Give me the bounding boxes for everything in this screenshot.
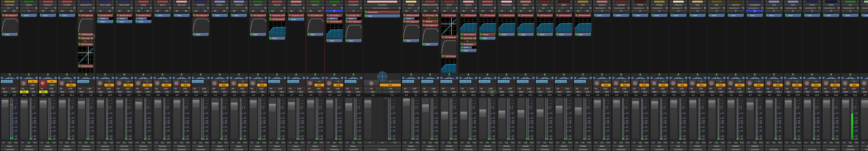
processor-box[interactable]: Guit-Bass-RVSendACE High/Low PaFader <box>344 13 363 73</box>
strip-hide-button[interactable] <box>264 1 267 3</box>
solo-lock-button[interactable]: Lock <box>812 87 821 90</box>
show-sends-button[interactable]: Show Sends <box>344 80 356 83</box>
processor-plugin-banner[interactable]: * LSP Parametric <box>498 14 515 17</box>
gain-fader[interactable] <box>670 98 678 140</box>
output-routing-button[interactable]: SNAREZ <box>727 145 745 148</box>
gain-value-display[interactable]: -16.5 <box>574 94 583 97</box>
processor-plugin-banner[interactable]: BusVoicePrinc <box>135 14 152 17</box>
group-button[interactable]: Grp <box>427 141 433 144</box>
meter-point-button[interactable]: Post <box>586 141 592 144</box>
processor-plugin-banner[interactable]: ACE High/Low Pa <box>78 14 94 17</box>
fader-automation-button[interactable]: M <box>211 141 216 144</box>
meter-point-button[interactable]: Post <box>414 141 420 144</box>
monitor-disk-button[interactable]: Disk <box>66 83 76 87</box>
input-source-button[interactable]: - <box>96 7 111 9</box>
strip-hide-button[interactable] <box>340 1 343 3</box>
meter-point-button[interactable]: Post <box>13 141 19 144</box>
strip-width-button[interactable] <box>173 1 176 3</box>
processor-plugin-banner[interactable]: Stereo Balance ( <box>460 33 477 36</box>
solo-lock-button[interactable]: Lock <box>488 87 496 90</box>
gain-fader-handle[interactable] <box>746 102 754 111</box>
meter-point-button[interactable]: Post <box>89 141 95 144</box>
meter-point-button[interactable]: Post <box>185 141 191 144</box>
strip-width-button[interactable] <box>364 1 367 3</box>
gain-value-display[interactable]: -26.7 <box>459 94 468 97</box>
group-button[interactable]: Grp <box>198 141 204 144</box>
trim-knob[interactable] <box>608 7 611 9</box>
gain-value-display[interactable]: -0.0 <box>593 94 602 97</box>
trim-knob[interactable] <box>436 7 439 9</box>
pan-position-pointer[interactable] <box>830 73 832 76</box>
phase-invert-2-button[interactable]: Ø2 <box>450 10 458 12</box>
processor-fader-banner[interactable]: Fader <box>594 14 610 17</box>
processor-plugin-banner[interactable]: Verbity <box>479 33 496 36</box>
meter-point-button[interactable]: Post <box>204 141 210 144</box>
processor-plugin-banner[interactable]: LSP Parametric E <box>517 14 534 17</box>
solo-isolate-button[interactable]: Iso <box>612 87 621 90</box>
meter-point-button[interactable]: Post <box>318 141 324 144</box>
comments-button[interactable]: Comments <box>517 148 535 151</box>
gain-fader-handle[interactable] <box>403 98 410 107</box>
gain-value-display[interactable]: -0.0 <box>173 94 181 97</box>
trim-knob[interactable] <box>455 7 458 9</box>
gain-fader-handle[interactable] <box>135 102 142 110</box>
processor-fader-banner[interactable]: Fader <box>212 14 228 17</box>
trim-knob[interactable] <box>264 7 267 9</box>
phase-invert-2-button[interactable]: Ø2 <box>86 10 95 12</box>
solo-lock-button[interactable]: Lock <box>793 87 802 90</box>
input-source-button[interactable]: DrumGizmo 8 <box>727 7 741 9</box>
strip-width-button[interactable] <box>211 1 214 3</box>
strip-hide-button[interactable] <box>187 1 191 3</box>
input-source-button[interactable]: DrumGizmo 6 <box>688 7 703 9</box>
solo-isolate-button[interactable]: Iso <box>173 87 181 90</box>
group-button[interactable]: Grp <box>694 141 700 144</box>
gain-fader-handle[interactable] <box>250 100 257 108</box>
processor-active-led[interactable] <box>404 40 406 42</box>
trim-knob[interactable] <box>150 7 152 9</box>
gain-fader-handle[interactable] <box>307 100 314 108</box>
gain-fader-handle[interactable] <box>154 100 161 108</box>
solo-button[interactable]: Solo <box>850 90 859 93</box>
meter-point-button[interactable]: Post <box>338 141 343 144</box>
output-routing-button[interactable]: Master <box>306 145 324 148</box>
trim-knob[interactable] <box>780 7 783 9</box>
meter-point-button[interactable]: Post <box>815 141 821 144</box>
processor-box[interactable]: LSP Parametric EFader <box>574 13 592 73</box>
strip-name-button[interactable]: Voice-refrain <box>115 3 133 6</box>
gain-fader[interactable] <box>422 98 430 140</box>
trim-knob[interactable] <box>168 7 172 9</box>
group-button[interactable]: Grp <box>217 141 222 144</box>
solo-button[interactable]: Solo <box>382 90 401 93</box>
phase-invert-1-button[interactable]: Ø1 <box>555 10 564 12</box>
monitor-disk-button[interactable]: Disk <box>219 83 229 87</box>
monitor-disk-button[interactable]: Disk <box>142 83 152 87</box>
solo-isolate-button[interactable]: Iso <box>287 87 296 90</box>
processor-active-led[interactable] <box>537 14 539 16</box>
solo-lock-button[interactable]: Lock <box>29 87 38 90</box>
input-source-button[interactable]: - <box>306 7 321 9</box>
input-source-button[interactable]: DrumGizmo 1 <box>593 7 608 9</box>
meter-point-button[interactable]: Post <box>720 141 726 144</box>
group-button[interactable]: Grp <box>656 141 662 144</box>
strip-name-button[interactable]: bkp coupl <box>173 3 191 6</box>
mute-button[interactable]: Mute <box>746 90 755 93</box>
gain-fader[interactable] <box>784 98 792 140</box>
group-button[interactable]: Grp <box>121 141 127 144</box>
pan-position-widget[interactable] <box>557 77 570 79</box>
gain-fader[interactable] <box>842 98 849 140</box>
solo-button[interactable]: Solo <box>679 90 687 93</box>
strip-width-button[interactable] <box>306 1 309 3</box>
group-button[interactable]: Grp <box>733 141 739 144</box>
record-arm-button[interactable] <box>650 80 658 87</box>
record-arm-button[interactable] <box>708 80 715 87</box>
solo-lock-button[interactable]: Lock <box>86 87 95 90</box>
pan-position-pointer[interactable] <box>333 73 335 76</box>
processor-box[interactable]: Fader <box>688 13 707 73</box>
processor-box[interactable]: PARRALALDRUMSendACE High/Low PaFader <box>402 13 420 73</box>
strip-hide-button[interactable] <box>302 1 305 3</box>
phase-invert-2-button[interactable]: Ø2 <box>488 10 496 12</box>
monitor-disk-button[interactable]: Disk <box>696 83 707 87</box>
processor-box[interactable]: ACE High/Low PaFader <box>1 13 19 73</box>
fader-automation-button[interactable]: M <box>574 141 580 144</box>
processor-active-led[interactable] <box>576 14 578 16</box>
